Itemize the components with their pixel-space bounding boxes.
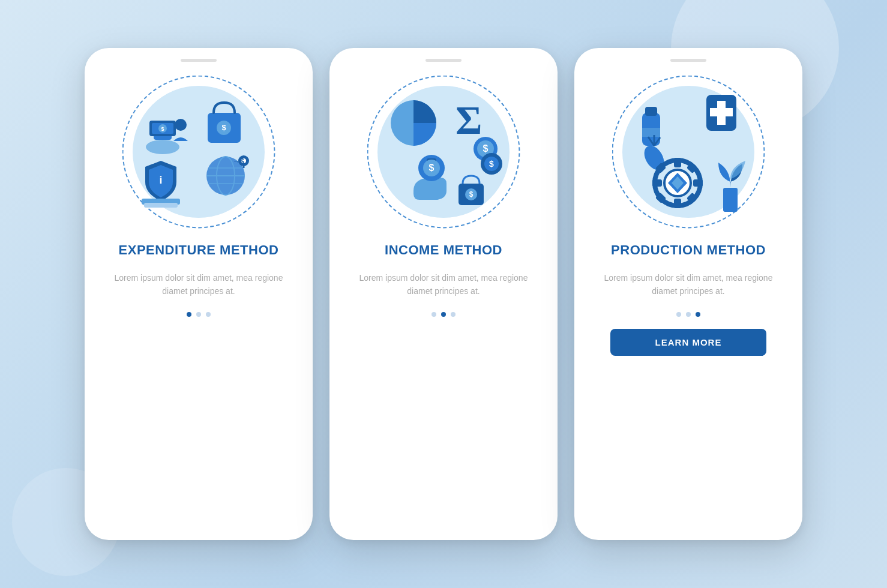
dot-3: [696, 312, 700, 317]
svg-rect-37: [645, 107, 657, 116]
dot-2: [196, 312, 201, 317]
expenditure-dots: [187, 312, 211, 317]
svg-text:$: $: [161, 126, 164, 132]
svg-text:$: $: [489, 159, 494, 169]
phone-income: Σ $ $: [329, 48, 558, 540]
svg-rect-50: [652, 179, 662, 187]
income-icon: Σ $ $: [377, 86, 510, 218]
dot-1: [187, 312, 191, 317]
illustration-expenditure: $ $ i: [121, 74, 277, 230]
svg-rect-49: [674, 199, 681, 208]
svg-point-0: [146, 140, 179, 154]
dot-1: [431, 312, 436, 317]
svg-text:→$: →$: [233, 157, 244, 166]
svg-rect-38: [642, 128, 660, 137]
svg-text:$: $: [483, 143, 489, 154]
income-description: Lorem ipsum dolor sit dim amet, mea regi…: [347, 271, 540, 298]
phone-production: PRODUCTION METHOD Lorem ipsum dolor sit …: [574, 48, 802, 540]
production-title: PRODUCTION METHOD: [611, 242, 766, 259]
illustration-income: Σ $ $: [365, 74, 522, 230]
svg-text:i: i: [159, 174, 162, 186]
dot-1: [676, 312, 681, 317]
dot-2: [441, 312, 446, 317]
dot-2: [686, 312, 691, 317]
production-icon: [622, 86, 754, 218]
production-dots: [676, 312, 700, 317]
learn-more-button[interactable]: LEARN MORE: [610, 329, 766, 356]
expenditure-icon: $ $ i: [133, 86, 265, 218]
svg-point-6: [175, 119, 187, 131]
svg-text:Σ: Σ: [456, 97, 482, 143]
income-title: INCOME METHOD: [385, 242, 502, 259]
svg-rect-48: [674, 158, 681, 167]
expenditure-description: Lorem ipsum dolor sit dim amet, mea regi…: [103, 271, 295, 298]
svg-text:$: $: [221, 123, 226, 132]
expenditure-title: EXPENDITURE METHOD: [119, 242, 279, 259]
svg-text:$: $: [469, 190, 474, 199]
svg-rect-51: [693, 179, 703, 187]
svg-rect-58: [723, 188, 738, 212]
illustration-production: [610, 74, 766, 230]
phone-expenditure: $ $ i: [85, 48, 313, 540]
svg-rect-12: [144, 203, 178, 208]
dot-3: [206, 312, 211, 317]
production-description: Lorem ipsum dolor sit dim amet, mea regi…: [592, 271, 784, 298]
svg-rect-41: [710, 108, 733, 116]
svg-text:$: $: [429, 163, 434, 173]
income-dots: [431, 312, 456, 317]
phones-container: $ $ i: [85, 48, 802, 540]
dot-3: [451, 312, 456, 317]
